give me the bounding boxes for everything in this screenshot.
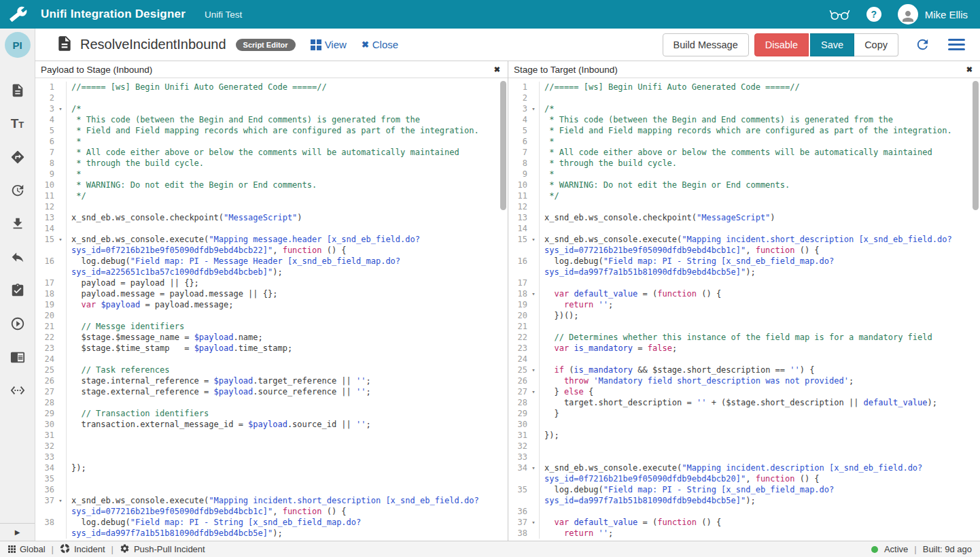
code-line[interactable]: 8 * through the build cycle.	[508, 158, 980, 169]
code-line[interactable]: 28 target.short_description = '' + ($sta…	[508, 397, 980, 408]
document-icon[interactable]	[10, 82, 26, 99]
code-line[interactable]: 20	[35, 310, 508, 321]
integration-avatar[interactable]: PI	[5, 32, 31, 58]
code-line[interactable]: 25▾ if (is_mandatory && $stage.short_des…	[508, 365, 980, 375]
code-line[interactable]: 36	[508, 506, 980, 517]
glasses-icon[interactable]	[829, 7, 850, 21]
code-line[interactable]: 26 throw 'Mandatory field short_descript…	[508, 375, 980, 386]
code-line[interactable]: 7 * All code either above or below the c…	[35, 147, 508, 158]
fold-arrow-icon[interactable]: ▾	[56, 103, 65, 114]
code-line[interactable]: 19 return '';	[508, 299, 980, 310]
code-area[interactable]: 1//===== [ws] Begin Unifi Auto Generated…	[35, 78, 508, 541]
code-line[interactable]: 31});	[508, 430, 980, 441]
code-line[interactable]: 33	[35, 452, 508, 462]
code-line[interactable]: 26 stage.internal_reference = $payload.t…	[35, 375, 508, 386]
code-line[interactable]: 29 // Transaction identifiers	[35, 408, 508, 419]
code-line[interactable]: 23 $stage.$time_stamp = $payload.time_st…	[35, 343, 508, 354]
code-line[interactable]: 16 log.debug("Field map: PI - String [x_…	[508, 256, 980, 267]
code-line[interactable]: 4 * This code (between the Begin and End…	[508, 114, 980, 125]
code-line[interactable]: 3▾/*	[35, 103, 508, 114]
code-line[interactable]: 38 return '';	[508, 528, 980, 539]
fold-arrow-icon[interactable]: ▾	[529, 462, 538, 473]
panel-close-icon[interactable]: ✖	[966, 65, 973, 74]
download-icon[interactable]	[10, 216, 26, 232]
code-line[interactable]: 33	[508, 452, 980, 462]
menu-icon[interactable]	[948, 39, 965, 50]
code-icon[interactable]	[10, 382, 26, 399]
code-area[interactable]: 1//===== [ws] Begin Unifi Auto Generated…	[508, 78, 980, 541]
code-line[interactable]: 4 * This code (between the Begin and End…	[35, 114, 508, 125]
code-line[interactable]: 35	[35, 473, 508, 484]
code-line[interactable]: 24	[35, 354, 508, 365]
code-line[interactable]: 9 *	[508, 169, 980, 180]
code-line[interactable]: 17 payload = payload || {};	[35, 277, 508, 288]
code-line[interactable]: 7 * All code either above or below the c…	[508, 147, 980, 158]
code-line[interactable]: 9 *	[35, 169, 508, 180]
code-line[interactable]: 23 var is_mandatory = false;	[508, 343, 980, 354]
fold-arrow-icon[interactable]: ▾	[529, 234, 538, 245]
code-line[interactable]: 38 log.debug("Field map: PI - String [x_…	[35, 517, 508, 528]
fold-arrow-icon[interactable]: ▾	[529, 517, 538, 528]
code-line[interactable]: 15▾x_snd_eb.ws_console.execute("Mapping …	[35, 234, 508, 245]
code-line[interactable]: 21 // Messge identifiers	[35, 321, 508, 332]
code-line[interactable]: 19 var $payload = payload.message;	[35, 299, 508, 310]
code-line[interactable]: 10 * WARNING: Do not edit the Begin or E…	[35, 180, 508, 190]
user-menu[interactable]: Mike Ellis	[898, 4, 968, 24]
code-line[interactable]: 15▾x_snd_eb.ws_console.execute("Mapping …	[508, 234, 980, 245]
code-line[interactable]: 1//===== [ws] Begin Unifi Auto Generated…	[508, 82, 980, 92]
code-line[interactable]: 27▾ } else {	[508, 386, 980, 397]
code-line[interactable]: 32	[508, 441, 980, 452]
text-format-icon[interactable]: TT	[10, 116, 26, 132]
code-line[interactable]: sys_id=da997f7a1b51b81090dfdb9ebd4bcb5e]…	[508, 495, 980, 506]
code-line[interactable]: 13x_snd_eb.ws_console.checkpoint("Messag…	[35, 212, 508, 223]
scrollbar-thumb[interactable]	[973, 81, 979, 210]
code-line[interactable]: 12	[35, 201, 508, 212]
sidebar-expand-button[interactable]: ▶	[0, 523, 35, 541]
code-line[interactable]: 29 }	[508, 408, 980, 419]
fold-arrow-icon[interactable]: ▾	[529, 386, 538, 397]
code-line[interactable]: 25 // Task references	[35, 365, 508, 375]
close-button[interactable]: ✖ Close	[362, 39, 398, 50]
code-line[interactable]: 22 // Determines whether this instance o…	[508, 332, 980, 343]
code-line[interactable]: sys_id=077216b21be9f05090dfdb9ebd4bcb1c]…	[35, 506, 508, 517]
code-line[interactable]: sys_id=077216b21be9f05090dfdb9ebd4bcb1c]…	[508, 245, 980, 256]
code-line[interactable]: 18▾ var default_value = (function () {	[508, 288, 980, 299]
save-button[interactable]: Save	[810, 33, 854, 56]
code-line[interactable]: 27 stage.external_reference = $payload.s…	[35, 386, 508, 397]
build-message-button[interactable]: Build Message	[663, 33, 749, 56]
code-line[interactable]: 8 * through the build cycle.	[35, 158, 508, 169]
code-line[interactable]: 6 *	[35, 136, 508, 147]
history-icon[interactable]	[10, 182, 26, 199]
integration-link[interactable]: Push-Pull Incident	[120, 543, 205, 556]
code-line[interactable]: sys_id=a225651c1ba57c1090dfdb9ebd4bcbeb]…	[35, 267, 508, 277]
wrench-icon[interactable]	[10, 5, 30, 23]
code-line[interactable]: 16 log.debug("Field map: PI - Message He…	[35, 256, 508, 267]
code-line[interactable]: 34});	[35, 462, 508, 473]
code-line[interactable]: 20 })();	[508, 310, 980, 321]
code-line[interactable]: 18 payload.message = payload.message || …	[35, 288, 508, 299]
code-line[interactable]: 35 log.debug("Field map: PI - String [x_…	[508, 484, 980, 495]
code-line[interactable]: 11 */	[35, 190, 508, 201]
code-line[interactable]: 6 *	[508, 136, 980, 147]
code-line[interactable]: 2	[35, 92, 508, 103]
code-line[interactable]: 12	[508, 201, 980, 212]
code-line[interactable]: 17	[508, 277, 980, 288]
code-line[interactable]: 1//===== [ws] Begin Unifi Auto Generated…	[35, 82, 508, 92]
code-line[interactable]: 5 * Field and Field mapping records whic…	[35, 125, 508, 136]
code-line[interactable]: sys_id=0f7216b21be9f05090dfdb9ebd4bcb22]…	[35, 245, 508, 256]
refresh-icon[interactable]	[915, 37, 930, 52]
code-line[interactable]: 14	[35, 223, 508, 234]
process-link[interactable]: Incident	[60, 543, 105, 556]
scope-link[interactable]: Global	[8, 544, 46, 554]
code-line[interactable]: 24	[508, 354, 980, 365]
code-line[interactable]: 37▾x_snd_eb.ws_console.execute("Mapping …	[35, 495, 508, 506]
help-icon[interactable]: ?	[867, 7, 881, 22]
disable-button[interactable]: Disable	[754, 33, 809, 56]
code-line[interactable]: 13x_snd_eb.ws_console.checkpoint("Messag…	[508, 212, 980, 223]
play-circle-icon[interactable]	[10, 316, 26, 332]
code-line[interactable]: 2	[508, 92, 980, 103]
fold-arrow-icon[interactable]: ▾	[529, 103, 538, 114]
tasks-icon[interactable]	[10, 282, 26, 299]
code-line[interactable]: 37▾ var default_value = (function () {	[508, 517, 980, 528]
code-line[interactable]: 32	[35, 441, 508, 452]
